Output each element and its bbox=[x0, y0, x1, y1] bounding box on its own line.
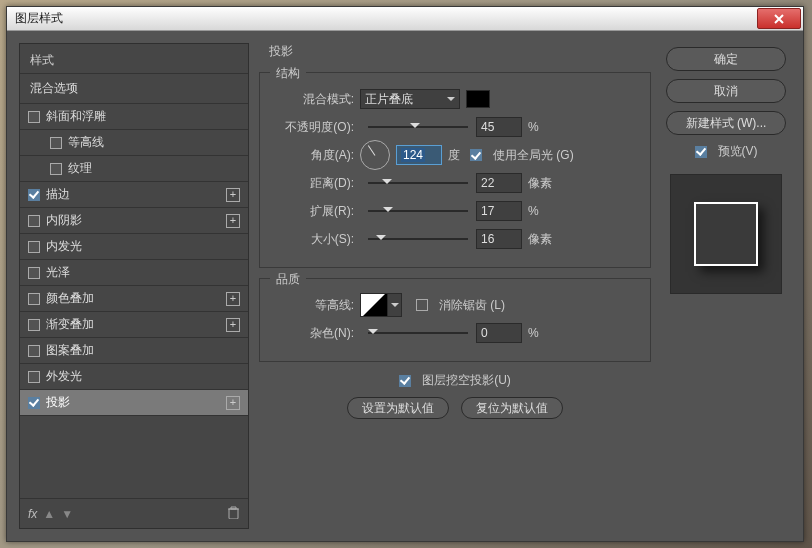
effect-label: 描边 bbox=[46, 186, 70, 203]
checkbox-icon[interactable] bbox=[50, 163, 62, 175]
structure-group: 结构 混合模式: 正片叠底 不透明度(O): 45 % 角度(A): 124 bbox=[259, 72, 651, 268]
effect-label: 光泽 bbox=[46, 264, 70, 281]
effect-label: 纹理 bbox=[68, 160, 92, 177]
preview-checkbox[interactable]: 预览(V) bbox=[695, 143, 758, 160]
effect-item[interactable]: 颜色叠加+ bbox=[20, 286, 248, 312]
opacity-slider[interactable] bbox=[368, 121, 468, 133]
effect-item[interactable]: 图案叠加 bbox=[20, 338, 248, 364]
noise-label: 杂色(N): bbox=[270, 325, 360, 342]
effect-item[interactable]: 内发光 bbox=[20, 234, 248, 260]
checkbox-icon bbox=[470, 149, 482, 161]
effect-item[interactable]: 描边+ bbox=[20, 182, 248, 208]
global-light-checkbox[interactable]: 使用全局光 (G) bbox=[470, 147, 574, 164]
effects-list: 斜面和浮雕等高线纹理描边+内阴影+内发光光泽颜色叠加+渐变叠加+图案叠加外发光投… bbox=[20, 104, 248, 498]
close-button[interactable] bbox=[757, 8, 801, 29]
noise-unit: % bbox=[528, 326, 539, 340]
effect-label: 投影 bbox=[46, 394, 70, 411]
spread-unit: % bbox=[528, 204, 539, 218]
size-input[interactable]: 16 bbox=[476, 229, 522, 249]
noise-input[interactable]: 0 bbox=[476, 323, 522, 343]
preview-thumbnail bbox=[670, 174, 782, 294]
antialias-checkbox[interactable]: 消除锯齿 (L) bbox=[416, 297, 505, 314]
checkbox-icon[interactable] bbox=[28, 215, 40, 227]
blend-mode-label: 混合模式: bbox=[270, 91, 360, 108]
angle-dial[interactable] bbox=[360, 140, 390, 170]
add-effect-icon[interactable]: + bbox=[226, 214, 240, 228]
effect-item[interactable]: 投影+ bbox=[20, 390, 248, 416]
fx-icon[interactable]: fx bbox=[28, 507, 37, 521]
contour-dropdown-icon[interactable] bbox=[388, 293, 402, 317]
knockout-checkbox[interactable]: 图层挖空投影(U) bbox=[399, 372, 511, 389]
opacity-input[interactable]: 45 bbox=[476, 117, 522, 137]
checkbox-icon[interactable] bbox=[28, 241, 40, 253]
checkbox-icon bbox=[399, 375, 411, 387]
spread-slider[interactable] bbox=[368, 205, 468, 217]
checkbox-icon[interactable] bbox=[50, 137, 62, 149]
reset-default-button[interactable]: 复位为默认值 bbox=[461, 397, 563, 419]
checkbox-icon[interactable] bbox=[28, 397, 40, 409]
effect-label: 渐变叠加 bbox=[46, 316, 94, 333]
move-up-icon[interactable]: ▲ bbox=[43, 507, 55, 521]
angle-unit: 度 bbox=[448, 147, 460, 164]
effects-footer: fx ▲ ▼ bbox=[20, 498, 248, 528]
right-panel: 确定 取消 新建样式 (W)... 预览(V) bbox=[661, 43, 791, 529]
opacity-label: 不透明度(O): bbox=[270, 119, 360, 136]
new-style-button[interactable]: 新建样式 (W)... bbox=[666, 111, 786, 135]
blend-mode-dropdown[interactable]: 正片叠底 bbox=[360, 89, 460, 109]
make-default-button[interactable]: 设置为默认值 bbox=[347, 397, 449, 419]
checkbox-icon[interactable] bbox=[28, 319, 40, 331]
window-title: 图层样式 bbox=[7, 10, 63, 27]
cancel-button[interactable]: 取消 bbox=[666, 79, 786, 103]
checkbox-icon[interactable] bbox=[28, 189, 40, 201]
trash-icon[interactable] bbox=[227, 505, 240, 522]
effect-item[interactable]: 纹理 bbox=[20, 156, 248, 182]
preview-swatch bbox=[694, 202, 758, 266]
effect-item[interactable]: 渐变叠加+ bbox=[20, 312, 248, 338]
shadow-color-swatch[interactable] bbox=[466, 90, 490, 108]
effect-label: 颜色叠加 bbox=[46, 290, 94, 307]
effect-label: 斜面和浮雕 bbox=[46, 108, 106, 125]
add-effect-icon[interactable]: + bbox=[226, 318, 240, 332]
effect-item[interactable]: 外发光 bbox=[20, 364, 248, 390]
effect-item[interactable]: 斜面和浮雕 bbox=[20, 104, 248, 130]
quality-group: 品质 等高线: 消除锯齿 (L) 杂色(N): 0 % bbox=[259, 278, 651, 362]
effect-label: 图案叠加 bbox=[46, 342, 94, 359]
contour-picker[interactable] bbox=[360, 293, 388, 317]
effect-item[interactable]: 内阴影+ bbox=[20, 208, 248, 234]
structure-title: 结构 bbox=[270, 65, 306, 82]
quality-title: 品质 bbox=[270, 271, 306, 288]
styles-header: 样式 bbox=[20, 44, 248, 74]
distance-label: 距离(D): bbox=[270, 175, 360, 192]
add-effect-icon[interactable]: + bbox=[226, 188, 240, 202]
effect-label: 内阴影 bbox=[46, 212, 82, 229]
spread-input[interactable]: 17 bbox=[476, 201, 522, 221]
move-down-icon[interactable]: ▼ bbox=[61, 507, 73, 521]
checkbox-icon[interactable] bbox=[28, 371, 40, 383]
checkbox-icon[interactable] bbox=[28, 345, 40, 357]
add-effect-icon[interactable]: + bbox=[226, 396, 240, 410]
blend-options-header[interactable]: 混合选项 bbox=[20, 74, 248, 104]
distance-slider[interactable] bbox=[368, 177, 468, 189]
titlebar[interactable]: 图层样式 bbox=[7, 7, 803, 31]
layer-style-dialog: 图层样式 样式 混合选项 斜面和浮雕等高线纹理描边+内阴影+内发光光泽颜色叠加+… bbox=[6, 6, 804, 542]
settings-panel: 投影 结构 混合模式: 正片叠底 不透明度(O): 45 % 角度(A): bbox=[259, 43, 651, 529]
size-label: 大小(S): bbox=[270, 231, 360, 248]
checkbox-icon[interactable] bbox=[28, 111, 40, 123]
effect-item[interactable]: 光泽 bbox=[20, 260, 248, 286]
effects-list-panel: 样式 混合选项 斜面和浮雕等高线纹理描边+内阴影+内发光光泽颜色叠加+渐变叠加+… bbox=[19, 43, 249, 529]
panel-title: 投影 bbox=[259, 43, 651, 66]
angle-label: 角度(A): bbox=[270, 147, 360, 164]
checkbox-icon[interactable] bbox=[28, 267, 40, 279]
noise-slider[interactable] bbox=[368, 327, 468, 339]
size-slider[interactable] bbox=[368, 233, 468, 245]
contour-label: 等高线: bbox=[270, 297, 360, 314]
angle-input[interactable]: 124 bbox=[396, 145, 442, 165]
distance-input[interactable]: 22 bbox=[476, 173, 522, 193]
distance-unit: 像素 bbox=[528, 175, 552, 192]
spread-label: 扩展(R): bbox=[270, 203, 360, 220]
effect-item[interactable]: 等高线 bbox=[20, 130, 248, 156]
add-effect-icon[interactable]: + bbox=[226, 292, 240, 306]
ok-button[interactable]: 确定 bbox=[666, 47, 786, 71]
checkbox-icon bbox=[416, 299, 428, 311]
checkbox-icon[interactable] bbox=[28, 293, 40, 305]
